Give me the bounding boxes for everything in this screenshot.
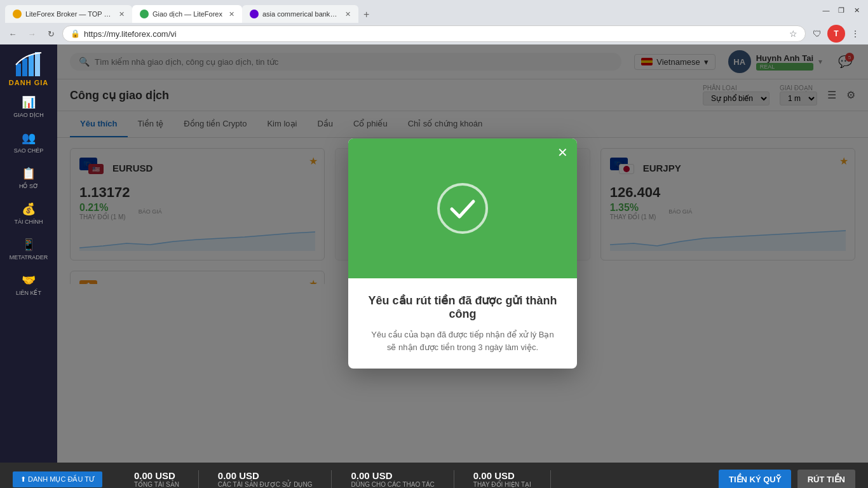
modal-green-section: ✕	[348, 139, 577, 278]
stat-label-cac-tai-san: CÁC TÀI SẢN ĐƯỢC SỬ DỤNG	[218, 481, 313, 488]
portfolio-toggle[interactable]: ⬆ DANH MỤC ĐẦU TƯ	[13, 471, 102, 487]
more-button[interactable]: ⋮	[848, 26, 863, 41]
giao-dich-icon: 📊	[22, 95, 36, 109]
maximize-button[interactable]: ❐	[835, 4, 848, 17]
deposit-button[interactable]: TIỀN KÝ QUỸ	[719, 470, 791, 489]
success-modal: ✕ Yêu cầu rút tiền đã được gửi thành côn…	[348, 139, 577, 369]
browser-tab-giao-dich[interactable]: Giao dịch — LiteForex ✕	[132, 5, 242, 23]
lien-ket-icon: 🤝	[22, 273, 36, 287]
modal-title: Yêu cầu rút tiền đã được gửi thành công	[367, 294, 558, 321]
reload-button[interactable]: ↻	[43, 26, 58, 41]
stat-cac-tai-san: 0.00 USD CÁC TÀI SẢN ĐƯỢC SỬ DỤNG	[199, 470, 332, 488]
bookmark-icon[interactable]: ☆	[789, 29, 797, 39]
svg-rect-0	[16, 64, 21, 76]
stat-label-dung-cho: DÙNG CHO CÁC THAO TÁC	[351, 481, 434, 488]
address-text: https://my.liteforex.com/vi	[84, 29, 785, 39]
stat-label-tong-tai-san: TỔNG TÀI SẢN	[134, 481, 179, 488]
metatrader-icon: 📱	[22, 238, 36, 252]
tab-favicon-liteforex	[13, 10, 22, 18]
sidebar-brand-text: DANH GIA	[5, 76, 52, 89]
sidebar-logo[interactable]	[13, 51, 44, 76]
sidebar-item-label-tai-chinh: TÀI CHÍNH	[15, 219, 43, 225]
tab-close-giao-dich[interactable]: ✕	[229, 10, 234, 18]
ho-so-icon: 📋	[22, 166, 36, 180]
sidebar-item-tai-chinh[interactable]: 💰 TÀI CHÍNH	[0, 196, 57, 231]
minimize-button[interactable]: —	[820, 4, 832, 17]
stat-value-cac-tai-san: 0.00 USD	[218, 470, 313, 481]
tab-favicon-giao-dich	[140, 10, 149, 18]
extensions-icon[interactable]: 🛡	[810, 26, 825, 41]
svg-rect-3	[35, 52, 40, 76]
sidebar-item-label-metatrader: METATRADER	[10, 254, 48, 261]
sidebar-item-label-giao-dich: GIAO DỊCH	[13, 112, 44, 118]
sidebar-item-ho-so[interactable]: 📋 HỒ SƠ	[0, 160, 57, 196]
tab-label-yahoo: asia commerical bank - Yahoo Se...	[262, 10, 339, 18]
tab-close-liteforex[interactable]: ✕	[119, 10, 125, 18]
stat-tong-tai-san: 0.00 USD TỔNG TÀI SẢN	[115, 470, 199, 488]
sidebar-item-label-lien-ket: LIÊN KẾT	[16, 290, 41, 296]
tab-label-liteforex: LiteForex Broker — TOP Forex Br...	[25, 10, 112, 18]
sao-chep-icon: 👥	[22, 131, 36, 145]
close-button[interactable]: ✕	[850, 4, 863, 17]
stat-dung-cho: 0.00 USD DÙNG CHO CÁC THAO TÁC	[332, 470, 454, 488]
withdraw-button[interactable]: RÚT TIỀN	[797, 470, 855, 489]
tai-chinh-icon: 💰	[22, 202, 36, 216]
stat-thay-doi: 0.00 USD THAY ĐỔI HIỆN TẠI	[454, 470, 551, 488]
sidebar-item-sao-chep[interactable]: 👥 SAO CHÉP	[0, 125, 57, 160]
modal-checkmark	[437, 183, 488, 234]
sidebar-item-label-ho-so: HỒ SƠ	[19, 183, 38, 189]
address-bar[interactable]: 🔒 https://my.liteforex.com/vi ☆	[62, 25, 806, 42]
new-tab-button[interactable]: +	[358, 6, 374, 23]
tab-favicon-yahoo	[250, 10, 259, 18]
back-button[interactable]: ←	[5, 26, 20, 41]
browser-tab-liteforex[interactable]: LiteForex Broker — TOP Forex Br... ✕	[5, 5, 132, 23]
profile-icon[interactable]: T	[827, 25, 845, 43]
bottom-bar: ⬆ DANH MỤC ĐẦU TƯ 0.00 USD TỔNG TÀI SẢN …	[0, 463, 868, 488]
modal-close-button[interactable]: ✕	[557, 146, 568, 159]
sidebar: DANH GIA 📊 GIAO DỊCH 👥 SAO CHÉP 📋 HỒ SƠ …	[0, 44, 57, 463]
forward-button[interactable]: →	[24, 26, 39, 41]
sidebar-item-lien-ket[interactable]: 🤝 LIÊN KẾT	[0, 267, 57, 302]
sidebar-item-metatrader[interactable]: 📱 METATRADER	[0, 231, 57, 267]
modal-overlay: ✕ Yêu cầu rút tiền đã được gửi thành côn…	[57, 44, 868, 463]
svg-rect-2	[29, 55, 34, 76]
lock-icon: 🔒	[71, 29, 80, 38]
stat-value-thay-doi: 0.00 USD	[473, 470, 531, 481]
stat-value-tong-tai-san: 0.00 USD	[134, 470, 179, 481]
bottom-actions: TIỀN KÝ QUỸ RÚT TIỀN	[719, 470, 855, 489]
tab-label-giao-dich: Giao dịch — LiteForex	[153, 10, 222, 18]
modal-description: Yêu cầu của bạn đã được tiếp nhận để xử …	[367, 329, 558, 353]
tab-close-yahoo[interactable]: ✕	[345, 10, 351, 18]
svg-rect-1	[22, 58, 27, 76]
sidebar-item-giao-dich[interactable]: 📊 GIAO DỊCH	[0, 89, 57, 125]
stat-value-dung-cho: 0.00 USD	[351, 470, 434, 481]
sidebar-item-label-sao-chep: SAO CHÉP	[14, 147, 44, 154]
modal-body: Yêu cầu rút tiền đã được gửi thành công …	[348, 278, 577, 369]
browser-tab-yahoo[interactable]: asia commerical bank - Yahoo Se... ✕	[242, 5, 358, 23]
stat-label-thay-doi: THAY ĐỔI HIỆN TẠI	[473, 481, 531, 488]
